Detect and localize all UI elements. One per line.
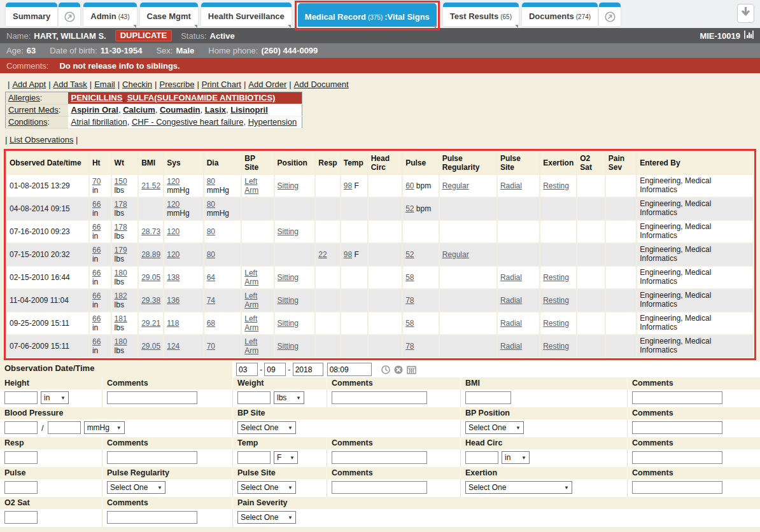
bp-unit-select[interactable]: mmHg▼ bbox=[84, 421, 125, 434]
head-circ-input[interactable] bbox=[465, 451, 498, 464]
vital-value-link[interactable]: Sitting bbox=[278, 227, 299, 236]
current-meds-item-link[interactable]: Coumadin bbox=[160, 105, 201, 115]
vital-value-link[interactable]: 66 bbox=[92, 246, 101, 255]
vital-value-link[interactable]: 118 bbox=[167, 319, 179, 328]
chart-graph-icon[interactable] bbox=[744, 31, 754, 41]
conditions-item-link[interactable]: CHF - Congestive heart failure bbox=[132, 117, 244, 127]
vital-value-link[interactable]: 181 bbox=[115, 314, 127, 323]
conditions-item-link[interactable]: Atrial fibrillation bbox=[71, 117, 127, 127]
conditions-item-link[interactable]: Hypertension bbox=[248, 117, 297, 127]
obs-time-input[interactable] bbox=[327, 363, 372, 376]
vital-value-link[interactable]: 22 bbox=[318, 250, 327, 259]
vital-value-link[interactable]: Resting bbox=[543, 181, 569, 190]
temp-unit-select[interactable]: F▼ bbox=[274, 451, 298, 464]
allergies-item-link[interactable]: SULFA(SULFONAMIDE ANTIBIOTICS) bbox=[127, 93, 276, 102]
allergies-label-link[interactable]: Allergies bbox=[8, 93, 40, 102]
vital-value-link[interactable]: 124 bbox=[167, 342, 179, 351]
height-input[interactable] bbox=[4, 391, 38, 404]
vital-value-link[interactable]: Resting bbox=[543, 296, 569, 305]
vital-value-link[interactable]: 28.89 bbox=[141, 250, 160, 259]
vital-value-link[interactable]: 66 bbox=[92, 337, 101, 346]
pulse-input[interactable] bbox=[4, 481, 38, 494]
vital-value-link[interactable]: 78 bbox=[405, 296, 414, 305]
vital-value-link[interactable]: Regular bbox=[442, 181, 469, 190]
vital-value-link[interactable]: Resting bbox=[543, 319, 569, 328]
vital-value-link[interactable]: 66 bbox=[92, 314, 101, 323]
current-meds-label-link[interactable]: Current Meds bbox=[8, 105, 59, 115]
vital-value-link[interactable]: 66 bbox=[92, 269, 101, 277]
pain-severity-select[interactable]: Select One▼ bbox=[237, 511, 296, 524]
tab-documents[interactable]: Documents(274) bbox=[522, 3, 598, 26]
vital-value-link[interactable]: Radial bbox=[500, 273, 522, 282]
temp-comments-input[interactable] bbox=[332, 451, 427, 464]
current-meds-item-link[interactable]: Lisinopril bbox=[230, 105, 268, 115]
action-link-add-order[interactable]: Add Order bbox=[248, 80, 286, 89]
vital-value-link[interactable]: 52 bbox=[405, 204, 414, 213]
vital-value-link[interactable]: 80 bbox=[207, 177, 215, 186]
vital-value-link[interactable]: 182 bbox=[115, 291, 127, 300]
vital-value-link[interactable]: Sitting bbox=[278, 296, 299, 305]
action-link-add-document[interactable]: Add Document bbox=[294, 80, 349, 89]
vital-value-link[interactable]: 98 bbox=[344, 181, 352, 190]
vital-value-link[interactable]: Resting bbox=[543, 273, 569, 282]
vital-value-link[interactable]: Left Arm bbox=[244, 177, 258, 195]
vital-value-link[interactable]: 60 bbox=[405, 181, 414, 190]
open-new-window-button[interactable] bbox=[599, 3, 621, 26]
vital-value-link[interactable]: 98 bbox=[344, 250, 352, 259]
open-new-window-button[interactable] bbox=[59, 3, 80, 26]
pulse-site-select[interactable]: Select One▼ bbox=[237, 481, 296, 494]
vital-value-link[interactable]: Radial bbox=[500, 319, 522, 328]
vital-value-link[interactable]: Left Arm bbox=[244, 291, 258, 309]
vital-value-link[interactable]: 180 bbox=[115, 269, 127, 277]
action-link-prescribe[interactable]: Prescribe bbox=[159, 80, 194, 89]
vital-value-link[interactable]: Sitting bbox=[278, 273, 299, 282]
tab-test-results[interactable]: Test Results(65) bbox=[443, 3, 519, 26]
temp-input[interactable] bbox=[237, 451, 271, 464]
bp-diastolic-input[interactable] bbox=[48, 421, 81, 434]
vital-value-link[interactable]: 138 bbox=[167, 273, 179, 282]
bp-systolic-input[interactable] bbox=[4, 421, 38, 434]
obs-month-input[interactable] bbox=[236, 363, 258, 376]
action-link-add-task[interactable]: Add Task bbox=[53, 80, 87, 89]
resp-input[interactable] bbox=[4, 451, 38, 464]
tab-medical-record[interactable]: Medical Record(375):Vital Signs bbox=[298, 3, 437, 27]
vital-value-link[interactable]: 28.73 bbox=[141, 227, 160, 236]
vital-value-link[interactable]: 29.38 bbox=[141, 296, 160, 305]
vital-value-link[interactable]: Sitting bbox=[278, 319, 299, 328]
clear-icon[interactable] bbox=[394, 365, 403, 374]
vital-value-link[interactable]: Radial bbox=[500, 181, 522, 190]
head-circ-comments-input[interactable] bbox=[632, 451, 722, 464]
vital-value-link[interactable]: 66 bbox=[92, 200, 101, 209]
vital-value-link[interactable]: Left Arm bbox=[244, 269, 258, 286]
obs-year-input[interactable] bbox=[293, 363, 323, 376]
vital-value-link[interactable]: 179 bbox=[115, 246, 127, 255]
vital-value-link[interactable]: 120 bbox=[167, 250, 179, 259]
bp-comments-input[interactable] bbox=[632, 421, 722, 434]
vital-value-link[interactable]: 120 bbox=[167, 177, 179, 186]
bp-site-select[interactable]: Select One▼ bbox=[237, 421, 296, 434]
vital-value-link[interactable]: 136 bbox=[167, 296, 179, 305]
vital-value-link[interactable]: Sitting bbox=[278, 181, 299, 190]
vital-value-link[interactable]: 29.05 bbox=[141, 342, 160, 351]
o2-comments-input[interactable] bbox=[107, 511, 197, 524]
action-link-add-appt[interactable]: Add Appt bbox=[12, 80, 46, 89]
height-comments-input[interactable] bbox=[107, 391, 197, 404]
pulse-comments-input[interactable] bbox=[332, 481, 427, 494]
vital-value-link[interactable]: 68 bbox=[207, 319, 215, 328]
vital-value-link[interactable]: Left Arm bbox=[244, 337, 258, 355]
vital-value-link[interactable]: 180 bbox=[115, 337, 127, 346]
action-link-email[interactable]: Email bbox=[94, 80, 115, 89]
download-button[interactable] bbox=[737, 4, 754, 23]
vital-value-link[interactable]: 80 bbox=[207, 250, 215, 259]
pulse-regularity-select[interactable]: Select One▼ bbox=[107, 481, 165, 494]
vital-value-link[interactable]: 120 bbox=[167, 227, 179, 236]
weight-comments-input[interactable] bbox=[332, 391, 427, 404]
tab-admin[interactable]: Admin(43) bbox=[83, 3, 136, 26]
vital-value-link[interactable]: 29.05 bbox=[141, 273, 160, 282]
vital-value-link[interactable]: 21.52 bbox=[141, 181, 160, 190]
bmi-comments-input[interactable] bbox=[632, 391, 722, 404]
current-meds-item-link[interactable]: Calcium bbox=[123, 105, 155, 115]
vital-value-link[interactable]: 120 bbox=[167, 200, 179, 209]
allergies-item-link[interactable]: PENICILLINS bbox=[71, 93, 123, 102]
vital-value-link[interactable]: 178 bbox=[115, 223, 127, 232]
